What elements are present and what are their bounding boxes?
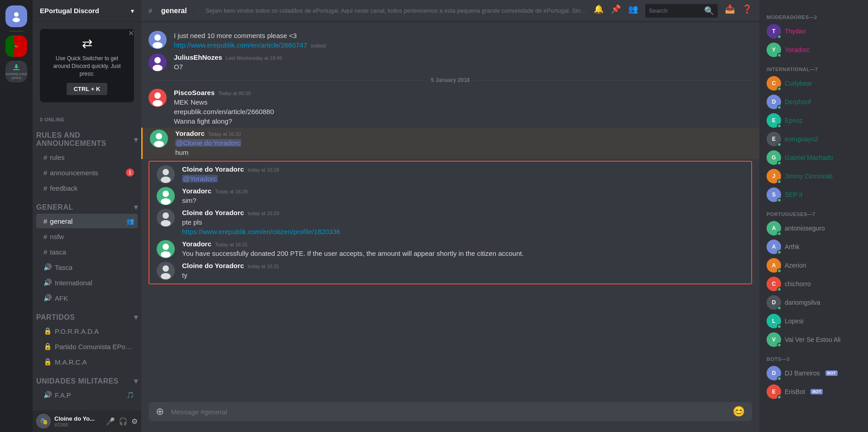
channel-item-marca[interactable]: 🔒 M.A.R.C.A <box>36 355 138 369</box>
chat-input-field[interactable] <box>171 403 725 421</box>
channel-item-fap[interactable]: 🔊 F.A.P 🎵 <box>36 388 138 402</box>
pin-icon[interactable]: 📌 <box>611 4 621 18</box>
message-author[interactable]: Yoradorc <box>182 240 211 248</box>
channel-item-tasca-voice[interactable]: 🔊 Tasca <box>36 260 138 274</box>
member-item-azerion[interactable]: A Azerion <box>763 256 864 274</box>
member-item-antonioseguro[interactable]: A antonioseguro <box>763 219 864 237</box>
search-input[interactable] <box>649 7 700 14</box>
emoji-picker-button[interactable]: 😊 <box>729 402 748 421</box>
user-panel: 🎭 Cloine do Yo... #3388 🎤 🎧 ⚙ <box>33 410 141 432</box>
member-item-gabriel-machado[interactable]: G Gabriel Machado <box>763 149 864 167</box>
message-link-anchor[interactable]: http://www.erepublik.com/en/article/2660… <box>174 41 307 49</box>
channel-item-rules[interactable]: # rules <box>36 150 138 164</box>
message-author[interactable]: Yoradorc <box>182 187 211 195</box>
server-header[interactable]: EPortugal Discord ▾ <box>33 0 141 22</box>
member-item-jimmy-cincinnati[interactable]: J Jimmy Cincinnati <box>763 167 864 185</box>
help-icon[interactable]: ❓ <box>742 4 752 18</box>
inbox-icon[interactable]: 📥 <box>725 4 735 18</box>
svg-point-1 <box>13 18 20 22</box>
message-link[interactable]: http://www.erepublik.com/en/article/2660… <box>174 40 752 50</box>
search-box[interactable]: 🔍 <box>645 4 718 18</box>
message-author[interactable]: Yoradorc <box>175 130 205 137</box>
members-category-international: INTERNATIONAL—7 <box>763 59 864 74</box>
member-item-sep-ii[interactable]: S SEP II <box>763 186 864 204</box>
message-text: ty <box>182 270 744 280</box>
svg-point-5 <box>154 57 161 63</box>
member-item-chichorro[interactable]: C chichorro <box>763 275 864 293</box>
chat-input-box: ⊕ 😊 <box>149 402 752 421</box>
message-text: You have successfully donated 200 PTE. I… <box>182 249 744 258</box>
date-divider: 5 January 2018 <box>141 73 759 87</box>
channel-name-afk: AFK <box>55 294 134 302</box>
channel-item-porrada[interactable]: 🔒 P.O.R.R.A.D.A <box>36 324 138 338</box>
message-link[interactable]: https://www.erepublik.com/en/citizen/pro… <box>182 227 744 236</box>
message-author[interactable]: Cloine do Yoradorc <box>182 262 244 269</box>
close-popup-button[interactable]: ✕ <box>128 29 134 38</box>
member-item-yoradorc[interactable]: Y Yoradorc <box>763 41 864 59</box>
settings-icon[interactable]: ⚙ <box>131 417 138 426</box>
edited-tag: (edited) <box>311 43 326 48</box>
chat-header-channel: general <box>161 7 187 15</box>
member-item-arthk[interactable]: A Arthk <box>763 238 864 256</box>
add-attachment-button[interactable]: ⊕ <box>152 402 168 421</box>
eportugal-server-icon[interactable]: 🇵🇹 <box>5 35 27 57</box>
member-item-lopesi[interactable]: L Lopesi <box>763 312 864 330</box>
message-timestamp: today at 16:29 <box>248 211 279 216</box>
message-author[interactable]: Cloine do Yoradorc <box>182 165 244 173</box>
deafen-icon[interactable]: 🎧 <box>119 417 128 426</box>
members-icon[interactable]: 👥 <box>628 4 638 18</box>
avatar <box>149 53 167 72</box>
download-apps-icon[interactable]: DOWNLOADAPPS <box>5 61 27 82</box>
member-name: Epnoz <box>785 117 803 124</box>
message-group: JuliusEhNozes Last Wednesday at 19:45 O7 <box>141 52 759 73</box>
channel-item-nsfw[interactable]: # nsfw <box>36 229 138 244</box>
mute-icon[interactable]: 🎤 <box>106 417 115 426</box>
member-avatar: E <box>767 113 781 128</box>
channel-item-announcements[interactable]: # announcements 1 <box>36 165 138 180</box>
channel-item-afk[interactable]: 🔊 AFK <box>36 291 138 305</box>
channel-item-tasca[interactable]: # tasca <box>36 245 138 259</box>
section-collapse-icon: ▾ <box>134 313 138 322</box>
message-text: sim? <box>182 196 744 205</box>
section-rules-announcements[interactable]: RULES AND ANNOUNCEMENTS ▾ <box>33 124 141 149</box>
member-item-dj-barreiros[interactable]: D DJ Barreiros BOT <box>763 364 864 382</box>
search-icon: 🔍 <box>704 6 714 16</box>
member-item-thydan[interactable]: T Thydan <box>763 22 864 40</box>
lock-icon: 🔒 <box>43 342 52 350</box>
member-avatar: E <box>767 132 781 146</box>
member-item-euruguayo2[interactable]: E euruguayo2 <box>763 130 864 148</box>
section-unidades-militares[interactable]: UNIDADES MILITARES ▾ <box>33 370 141 387</box>
member-item-epnoz[interactable]: E Epnoz <box>763 111 864 130</box>
svg-point-20 <box>161 273 171 279</box>
member-item-curlybear[interactable]: C Curlybear <box>763 74 864 92</box>
hash-icon: # <box>43 217 47 225</box>
channel-item-partido-comunista[interactable]: 🔒 Partido Comunista EPortu... <box>36 339 138 354</box>
avatar <box>149 31 167 49</box>
add-members-icon[interactable]: 👥 <box>126 217 134 225</box>
server-name: EPortugal Discord <box>40 7 99 14</box>
home-server-icon[interactable] <box>5 5 27 27</box>
notifications-icon[interactable]: 🔔 <box>594 4 604 18</box>
member-name: Thydan <box>785 28 806 35</box>
channel-item-general[interactable]: # general 👥 <box>36 214 138 228</box>
message-author[interactable]: JuliusEhNozes <box>174 53 222 61</box>
quick-switcher-arrows-icon: ⇄ <box>47 36 127 51</box>
member-item-vai-ver[interactable]: V Vai Ver Se Estou Ali <box>763 331 864 349</box>
message-header: JuliusEhNozes Last Wednesday at 19:45 <box>174 53 752 61</box>
member-item-dariomgsilva[interactable]: D dariomgsilva <box>763 293 864 312</box>
section-collapse-icon: ▾ <box>134 135 138 144</box>
section-partidos[interactable]: PARTIDOS ▾ <box>33 306 141 323</box>
message-author[interactable]: PiscoSoares <box>174 89 215 96</box>
message-timestamp: Today at 00:50 <box>218 91 251 96</box>
avatar <box>157 240 175 258</box>
message-link-anchor[interactable]: https://www.erepublik.com/en/citizen/pro… <box>182 228 340 235</box>
avatar <box>157 209 175 227</box>
channel-item-international[interactable]: 🔊 International <box>36 275 138 290</box>
member-item-derphoof[interactable]: D Derphoof <box>763 93 864 111</box>
member-name: chichorro <box>785 280 811 288</box>
member-item-erisbot[interactable]: E ErisBot BOT <box>763 383 864 401</box>
section-general[interactable]: GENERAL ▾ <box>33 196 141 213</box>
message-author[interactable]: Cloine do Yoradorc <box>182 209 244 216</box>
members-category-moderadores: MODERADORES—2 <box>763 7 864 22</box>
channel-item-feedback[interactable]: # feedback <box>36 181 138 195</box>
